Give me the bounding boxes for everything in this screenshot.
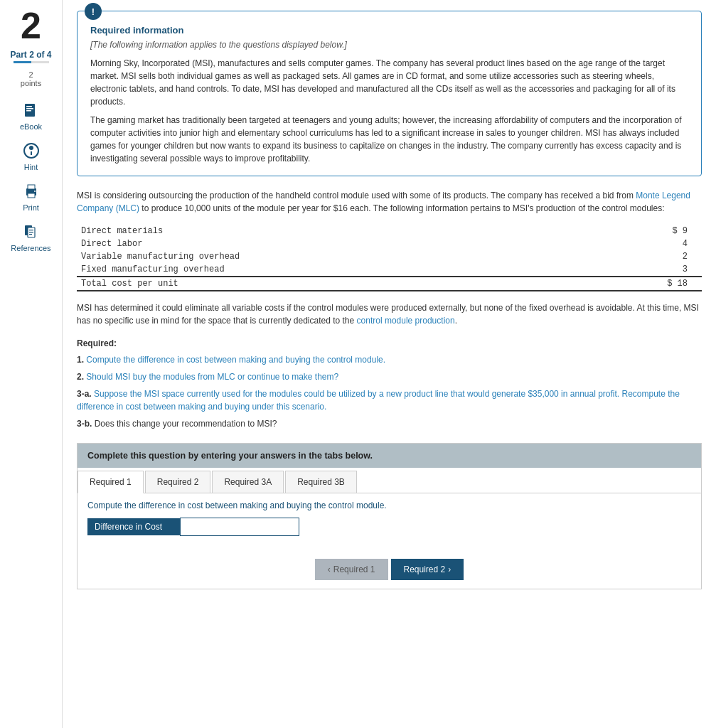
prev-arrow-icon: ‹ <box>328 564 331 574</box>
cost-table: Direct materials $ 9 Direct labor 4 Vari… <box>77 225 702 291</box>
cost-label-4: Fixed manufacturing overhead <box>77 263 584 277</box>
item-text-2: Should MSI buy the modules from MLC or c… <box>86 372 338 382</box>
required-item-3b: 3-b. Does this change your recommendatio… <box>77 417 702 430</box>
svg-rect-1 <box>26 106 32 107</box>
print-icon <box>21 181 41 201</box>
table-row: Fixed manufacturing overhead 3 <box>77 263 702 277</box>
required-section: Required: 1. Compute the difference in c… <box>77 337 702 430</box>
item-number-3b: 3-b. <box>77 419 92 429</box>
sidebar-item-hint[interactable]: Hint <box>21 141 41 171</box>
item-number-1: 1. <box>77 355 84 365</box>
points-label: 2points <box>21 70 41 87</box>
total-value: $ 18 <box>584 277 702 291</box>
svg-rect-2 <box>26 108 33 109</box>
cost-value-4: 3 <box>584 263 702 277</box>
tabs-container: Required 1 Required 2 Required 3A Requir… <box>78 468 701 493</box>
svg-rect-9 <box>28 193 35 198</box>
svg-point-5 <box>29 146 33 150</box>
nav-buttons: ‹ Required 1 Required 2 › <box>78 550 701 589</box>
overhead-text: MSI has determined it could eliminate al… <box>77 301 702 327</box>
info-icon: ! <box>85 3 102 20</box>
cost-value-3: 2 <box>584 250 702 263</box>
tab-content: Compute the difference in cost between m… <box>78 493 701 550</box>
hint-icon <box>21 141 41 161</box>
info-box-subtitle: [The following information applies to th… <box>90 40 688 50</box>
cost-label-1: Direct materials <box>77 225 584 237</box>
prev-button[interactable]: ‹ Required 1 <box>315 559 388 580</box>
table-row-total: Total cost per unit $ 18 <box>77 277 702 291</box>
book-icon <box>21 100 41 120</box>
part-label: Part 2 of 4 <box>10 50 51 60</box>
sidebar-item-ebook[interactable]: eBook <box>20 100 42 131</box>
info-box-title: Required information <box>90 25 688 36</box>
item-text-3a: Suppose the MSI space currently used for… <box>77 389 680 412</box>
ebook-label: eBook <box>20 122 42 131</box>
cost-value-2: 4 <box>584 237 702 250</box>
mlc-link: Monte Legend Company (MLC) <box>77 191 690 213</box>
svg-rect-15 <box>29 234 32 235</box>
complete-box: Complete this question by entering your … <box>77 443 702 589</box>
difference-in-cost-input[interactable] <box>180 518 299 536</box>
item-text-3b: Does this change your recommendation to … <box>95 419 277 429</box>
item-number-2: 2. <box>77 372 84 382</box>
item-text-1: Compute the difference in cost between m… <box>86 355 385 365</box>
main-content: ! Required information [The following in… <box>63 0 716 728</box>
info-box-para-1: Morning Sky, Incorporated (MSI), manufac… <box>90 57 688 108</box>
control-module-link: control module production <box>357 316 455 326</box>
cost-value-1: $ 9 <box>584 225 702 237</box>
svg-rect-13 <box>29 230 33 230</box>
tab-required-2[interactable]: Required 2 <box>145 471 211 493</box>
table-row: Direct materials $ 9 <box>77 225 702 237</box>
tab-required-3a[interactable]: Required 3A <box>212 471 284 493</box>
complete-box-header: Complete this question by entering your … <box>78 444 701 468</box>
cost-label-2: Direct labor <box>77 237 584 250</box>
table-row: Direct labor 4 <box>77 237 702 250</box>
svg-rect-14 <box>29 232 33 232</box>
problem-number: 2 <box>21 7 41 44</box>
required-heading: Required: <box>77 337 702 350</box>
required-item-3a: 3-a. Suppose the MSI space currently use… <box>77 387 702 413</box>
print-label: Print <box>23 203 39 212</box>
sidebar-item-references[interactable]: References <box>11 222 50 252</box>
hint-label: Hint <box>24 163 38 171</box>
prev-button-label: Required 1 <box>333 564 375 574</box>
table-row: Variable manufacturing overhead 2 <box>77 250 702 263</box>
required-item-2: 2. Should MSI buy the modules from MLC o… <box>77 370 702 383</box>
info-box-para-2: The gaming market has traditionally been… <box>90 114 688 165</box>
sidebar: 2 Part 2 of 4 2points eBook Hint <box>0 0 63 728</box>
info-box: ! Required information [The following in… <box>77 11 702 176</box>
next-button-label: Required 2 <box>404 564 446 574</box>
item-number-3a: 3-a. <box>77 389 92 399</box>
svg-rect-3 <box>26 110 31 112</box>
total-label: Total cost per unit <box>77 277 584 291</box>
progress-bar <box>14 61 49 63</box>
svg-point-10 <box>34 191 36 192</box>
next-arrow-icon: › <box>448 564 451 574</box>
references-label: References <box>11 244 50 252</box>
input-row: Difference in Cost <box>87 518 691 536</box>
required-item-1: 1. Compute the difference in cost betwee… <box>77 353 702 366</box>
tab-required-3b[interactable]: Required 3B <box>285 471 357 493</box>
input-label: Difference in Cost <box>87 518 180 535</box>
references-icon <box>21 222 41 242</box>
sidebar-item-print[interactable]: Print <box>21 181 41 212</box>
svg-rect-8 <box>28 185 35 189</box>
tab-content-text: Compute the difference in cost between m… <box>87 500 691 510</box>
main-description: MSI is considering outsourcing the produ… <box>77 189 702 215</box>
tab-required-1[interactable]: Required 1 <box>78 471 144 493</box>
cost-label-3: Variable manufacturing overhead <box>77 250 584 263</box>
next-button[interactable]: Required 2 › <box>391 559 464 580</box>
progress-fill <box>14 61 31 63</box>
